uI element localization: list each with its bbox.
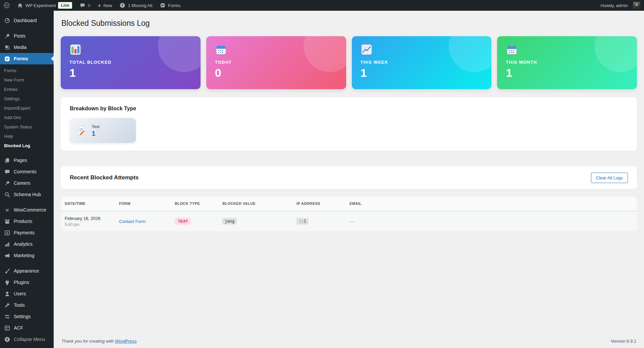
sidebar-item-dashboard[interactable]: Dashboard [0,15,54,26]
sidebar-item-label: Marketing [14,253,34,258]
submenu-item-settings[interactable]: Settings [0,94,54,104]
sidebar-item-products[interactable]: Products [0,216,54,227]
forms-icon [4,56,10,62]
sliders-icon [4,313,10,320]
sidebar-item-posts[interactable]: Posts [0,30,54,42]
ip-address-chip: ::1 [297,218,309,225]
submenu-item-blocked-log[interactable]: Blocked Log [0,141,54,151]
collapse-icon [4,336,10,343]
sidebar-item-settings[interactable]: Settings [0,311,54,322]
pushpin-icon [4,33,10,39]
svg-text:W: W [5,208,9,212]
collapse-menu-button[interactable]: Collapse Menu [0,334,54,345]
column-header-date-time: DATE/TIME [61,196,115,211]
sidebar-item-label: Products [14,219,32,224]
submenu-item-add-ons[interactable]: Add-Ons [0,113,54,122]
sidebar-item-plugins[interactable]: Plugins [0,277,54,288]
footer-thanks-text: Thank you for creating with [61,339,115,344]
megaphone-icon [4,252,10,259]
sidebar-item-label: ACF [14,325,23,331]
sidebar-item-users[interactable]: Users [0,288,54,299]
account-menu[interactable]: Howdy, admin [597,0,644,11]
sidebar-item-label: Dashboard [14,18,37,23]
sidebar-item-marketing[interactable]: Marketing [0,250,54,261]
submenu-item-new-form[interactable]: New Form [0,75,54,85]
submenu-item-help[interactable]: Help [0,132,54,141]
sidebar-item-label: Comments [14,169,37,174]
sidebar-item-media[interactable]: Media [0,42,54,53]
stat-card-this-month: THIS MONTH 1 [497,36,637,89]
submenu-item-forms[interactable]: Forms [0,66,54,75]
footer-thanks: Thank you for creating with WordPress. [61,339,138,344]
forms-adminbar-menu[interactable]: Forms [156,0,184,11]
wrench-icon [4,302,10,308]
row-date: February 16, 2026 [65,216,111,221]
recent-attempts-panel: Recent Blocked Attempts Clear All Logs [61,166,637,189]
comment-icon [4,169,10,175]
bar-chart-icon [69,44,82,56]
user-icon [4,291,10,297]
column-header-block-type: BLOCK TYPE [171,196,218,211]
sidebar-item-label: Appearance [14,268,39,274]
site-name-menu[interactable]: WP Experiment Live [13,0,76,11]
row-time: 5:40 pm [65,222,111,227]
sidebar-item-analytics[interactable]: Analytics [0,238,54,250]
forms-logo-icon [160,2,166,8]
sidebar-item-label: Media [14,45,26,50]
page-title: Blocked Submissions Log [61,18,637,28]
footer-thanks-period: . [137,339,138,344]
new-label: New [103,3,112,8]
submenu-item-entries[interactable]: Entries [0,85,54,94]
column-header-blocked-value: BLOCKED VALUE [218,196,292,211]
sidebar-item-woocommerce[interactable]: W WooCommerce [0,204,54,216]
breakdown-panel: Breakdown by Block Type Text 1 [61,97,637,151]
sidebar-item-label: Pages [14,158,27,163]
menu-separator [0,261,54,265]
stat-card-total-blocked: TOTAL BLOCKED 1 [61,36,201,89]
sidebar-item-payments[interactable]: $ Payments [0,227,54,238]
chart-increasing-icon [361,44,373,56]
grid-icon [4,325,10,331]
new-content-menu[interactable]: + New [94,0,116,11]
sidebar-item-careers[interactable]: Careers [0,177,54,189]
admin-footer: Thank you for creating with WordPress. V… [61,335,637,348]
clear-all-logs-button[interactable]: Clear All Logs [591,173,628,183]
wordpress-logo-icon: W [4,2,10,8]
block-type-count: 1 [92,130,100,137]
form-link[interactable]: Contact Form [119,219,146,224]
wordpress-link[interactable]: WordPress [115,339,137,344]
sidebar-item-tools[interactable]: Tools [0,299,54,311]
table-row: February 16, 2026 5:40 pm Contact Form T… [61,211,637,232]
dashboard-icon [4,17,10,24]
decorative-circle [304,36,346,72]
column-header-form: FORM [115,196,171,211]
sidebar-item-comments[interactable]: Comments [0,166,54,177]
comments-menu[interactable]: 0 [76,0,94,11]
svg-text:$: $ [6,231,8,235]
sidebar-item-pages[interactable]: Pages [0,155,54,166]
email-empty-value: — [350,219,354,224]
sidebar-item-schema-hub[interactable]: Schema Hub [0,189,54,200]
sidebar-item-label: Careers [14,180,31,186]
block-type-label: Text [92,124,100,129]
stat-card-this-week: THIS WEEK 1 [352,36,492,89]
sidebar-item-appearance[interactable]: Appearance [0,265,54,277]
media-icon [4,44,10,51]
comments-bubble-icon [79,2,86,8]
plugin-icon [4,279,10,286]
sidebar-item-acf[interactable]: ACF [0,322,54,334]
forms-adminbar-label: Forms [168,3,180,8]
recent-attempts-title: Recent Blocked Attempts [70,174,139,181]
calendar-icon [215,44,227,56]
missing-alt-label: 1 Missing Alt [128,3,152,8]
main-content: Blocked Submissions Log TOTAL BLOCKED 1 … [54,11,644,348]
wordpress-menu[interactable]: W [0,0,13,11]
bars-icon [4,241,10,247]
sidebar-item-label: Schema Hub [14,192,41,197]
sidebar-item-forms[interactable]: Forms [0,53,54,64]
woocommerce-icon: W [4,207,10,213]
submenu-item-system-status[interactable]: System Status [0,122,54,132]
blocked-value-chip: jang [222,218,237,225]
submenu-item-import-export[interactable]: Import/Export [0,104,54,113]
missing-alt-menu[interactable]: 1 Missing Alt [116,0,156,11]
